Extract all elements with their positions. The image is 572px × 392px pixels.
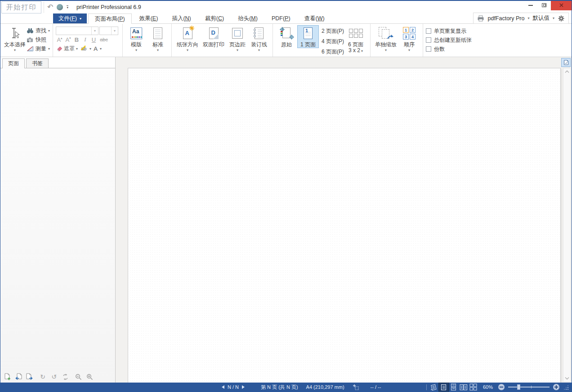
preview-page[interactable]: [128, 68, 561, 383]
find-button[interactable]: 查找 ▾: [27, 27, 50, 35]
italic-button[interactable]: I: [81, 36, 89, 43]
undo-icon[interactable]: ↶: [47, 4, 53, 10]
text-select-button[interactable]: 文本选择 ▾: [3, 25, 27, 52]
insert-page-after-button[interactable]: [26, 373, 33, 380]
six-pages-grid-button[interactable]: 6 页面 3 x 2 ▾: [344, 25, 367, 53]
printer-dropdown-icon[interactable]: ▾: [527, 17, 529, 20]
title-bar: 开始打印 ↶ ▾ priPrinter Professional 6.9: [0, 1, 572, 13]
panel-toggle-button[interactable]: [561, 58, 571, 67]
zoom-in-button[interactable]: [553, 384, 559, 390]
four-pages-button[interactable]: 4 页面(P): [322, 37, 344, 46]
preview-sphere-icon[interactable]: [57, 4, 63, 10]
view-multiple-pages-button[interactable]: [469, 383, 478, 391]
grow-font-button[interactable]: A: [56, 36, 63, 43]
start-print-button[interactable]: 开始打印: [1, 1, 41, 13]
underline-button[interactable]: U: [90, 36, 98, 43]
thumbnails-view-icon: [430, 384, 438, 391]
strikethrough-button[interactable]: abc: [98, 37, 109, 42]
rotate-180-icon[interactable]: [62, 373, 69, 380]
checkbox-icon[interactable]: [426, 28, 431, 34]
selection-area-icon[interactable]: [353, 384, 359, 390]
font-size-combo[interactable]: ▾: [99, 27, 118, 35]
checkbox-repeat-single-page[interactable]: 单页重复显示: [426, 27, 466, 36]
tab-page-layout[interactable]: 页面布局(P): [88, 13, 132, 24]
individual-scale-button[interactable]: 单独缩放 ▾: [373, 25, 398, 52]
font-name-combo[interactable]: ▾: [56, 27, 98, 35]
rotate-ccw-icon[interactable]: ↺: [50, 373, 58, 380]
mask-button[interactable]: 遮罩: [64, 45, 75, 53]
original-button[interactable]: 原始: [276, 25, 297, 48]
preview-canvas[interactable]: [116, 57, 572, 383]
dropdown-icon: ▾: [76, 47, 78, 50]
tab-file[interactable]: 文件(F) ▾: [53, 13, 87, 23]
qat-customize-icon[interactable]: ▾: [67, 5, 68, 9]
gutter-button[interactable]: 装订线 ▾: [248, 25, 270, 52]
tab-effects[interactable]: 效果(E): [133, 13, 165, 23]
dropdown-icon: ▾: [89, 47, 91, 50]
view-facing-pages-button[interactable]: [459, 383, 469, 391]
tab-view[interactable]: 查看(W): [298, 13, 331, 23]
zoom-slider-thumb[interactable]: [517, 384, 520, 390]
tab-insert[interactable]: 插入(N): [165, 13, 197, 23]
view-single-page-button[interactable]: [439, 383, 449, 391]
template-button[interactable]: Aa 模版 ▾: [125, 25, 147, 52]
dropdown-icon: ▾: [187, 49, 188, 52]
restore-button[interactable]: [537, 0, 551, 10]
dropdown-icon: ▾: [48, 47, 50, 50]
checkbox-icon[interactable]: [426, 37, 431, 43]
close-button[interactable]: [551, 0, 572, 10]
two-pages-button[interactable]: 2 页面(P): [322, 27, 344, 36]
standard-button[interactable]: 标准 ▾: [147, 25, 169, 52]
zoom-in-pages-button[interactable]: [86, 373, 93, 380]
checkbox-copies[interactable]: 份数: [426, 45, 445, 53]
zoom-out-pages-button[interactable]: [75, 373, 82, 380]
order-button[interactable]: 1 2 3 4 顺序 ▾: [398, 25, 420, 52]
page-thumbnail-list[interactable]: [0, 68, 115, 371]
zoom-level[interactable]: 60%: [483, 384, 493, 390]
profile-dropdown-icon[interactable]: ▾: [553, 17, 554, 20]
zoom-slider-track[interactable]: [508, 387, 550, 388]
printer-name[interactable]: pdfFactory Pro: [487, 15, 524, 22]
zoom-slider[interactable]: [508, 384, 550, 390]
zoom-out-button[interactable]: [498, 384, 505, 390]
tab-header[interactable]: 抬头(M): [232, 13, 264, 23]
scroll-up-icon[interactable]: [564, 70, 570, 73]
scroll-down-icon[interactable]: [564, 377, 570, 380]
six-pages-button[interactable]: 6 页面(P): [322, 47, 344, 57]
resize-grip[interactable]: [563, 384, 569, 390]
prev-page-icon[interactable]: [222, 385, 224, 389]
group-text-selection: 文本选择 ▾ 查找 ▾: [0, 24, 53, 57]
paper-size[interactable]: A4 (210,297 mm): [306, 384, 344, 390]
combo-dropdown-icon[interactable]: ▾: [111, 27, 118, 35]
font-color-button[interactable]: A: [93, 45, 98, 52]
snapshot-button[interactable]: 快照: [27, 36, 50, 44]
new-page-button[interactable]: [4, 373, 11, 380]
one-page-button[interactable]: 1 1 页面: [297, 25, 319, 48]
printer-profile[interactable]: 默认值: [532, 14, 550, 22]
plus-icon-bar: [556, 385, 557, 389]
view-thumbnails-button[interactable]: [429, 383, 439, 391]
duplex-button[interactable]: D 双面打印: [201, 25, 227, 48]
shrink-font-button[interactable]: A: [64, 36, 72, 43]
sidebar-tab-bookmarks[interactable]: 书签: [26, 58, 49, 68]
gear-icon[interactable]: [558, 15, 565, 22]
vertical-scrollbar[interactable]: [563, 68, 571, 382]
next-page-icon[interactable]: [242, 385, 245, 389]
tab-pdf[interactable]: PDF(P): [265, 13, 297, 23]
minimize-button[interactable]: [524, 0, 537, 10]
measure-button[interactable]: 测量 ▾: [27, 45, 50, 53]
page-label[interactable]: 第 N 页 (共 N 页): [261, 384, 298, 391]
combo-dropdown-icon[interactable]: ▾: [91, 27, 98, 35]
view-continuous-button[interactable]: [449, 383, 459, 391]
bold-button[interactable]: B: [73, 36, 80, 43]
rotate-cw-icon[interactable]: ↻: [39, 373, 46, 380]
tab-crop[interactable]: 裁剪(C): [199, 13, 230, 23]
sidebar-tab-pages[interactable]: 页面: [2, 58, 25, 68]
margins-button[interactable]: 页边距 ▾: [227, 25, 248, 52]
checkbox-icon[interactable]: [426, 46, 431, 52]
checkbox-create-new-sheet[interactable]: 总创建至新纸张: [426, 36, 472, 45]
highlight-button[interactable]: ab: [79, 45, 88, 52]
highlighter-pen-icon: [81, 45, 86, 50]
orientation-button[interactable]: A 纸张方向 ▾: [174, 25, 201, 52]
insert-page-before-button[interactable]: [15, 373, 22, 380]
